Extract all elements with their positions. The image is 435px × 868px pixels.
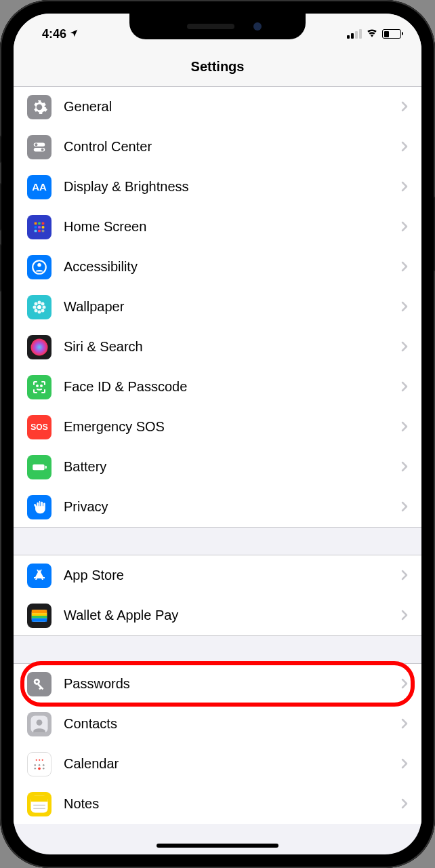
- svg-rect-32: [32, 616, 47, 618]
- svg-point-13: [33, 260, 46, 274]
- svg-point-37: [37, 719, 43, 726]
- svg-point-35: [36, 680, 39, 683]
- home-indicator[interactable]: [157, 844, 278, 848]
- svg-point-1: [35, 143, 37, 146]
- home-screen-icon: [27, 215, 51, 239]
- row-label: General: [64, 99, 401, 115]
- volume-up-button: [0, 183, 1, 231]
- row-label: Emergency SOS: [64, 419, 401, 435]
- svg-point-44: [35, 768, 37, 770]
- svg-rect-6: [42, 222, 45, 224]
- display-icon: AA: [27, 175, 51, 199]
- row-label: Home Screen: [64, 219, 401, 235]
- chevron-right-icon: [401, 755, 408, 773]
- svg-point-21: [41, 302, 45, 305]
- svg-rect-9: [42, 226, 45, 229]
- privacy-icon: [27, 495, 51, 519]
- svg-point-26: [41, 385, 42, 387]
- svg-rect-5: [38, 222, 41, 224]
- chevron-right-icon: [401, 458, 408, 476]
- svg-rect-31: [32, 613, 47, 616]
- svg-point-22: [35, 309, 38, 312]
- svg-point-18: [33, 305, 37, 309]
- chevron-right-icon: [401, 98, 408, 116]
- settings-row-general[interactable]: General: [14, 87, 421, 127]
- notes-icon: [27, 792, 51, 816]
- settings-row-contacts[interactable]: Contacts: [14, 704, 421, 744]
- svg-point-16: [38, 300, 41, 304]
- chevron-right-icon: [401, 338, 408, 356]
- row-label: Battery: [64, 459, 401, 475]
- wallet-icon: [27, 604, 51, 628]
- settings-row-siri[interactable]: Siri & Search: [14, 327, 421, 367]
- row-label: App Store: [64, 568, 401, 583]
- svg-point-41: [35, 764, 37, 766]
- device-frame: 4:46 Settings GeneralControl: [0, 0, 435, 868]
- row-label: Accessibility: [64, 259, 401, 275]
- speaker-grille: [187, 24, 234, 29]
- wallpaper-icon: [27, 295, 51, 319]
- settings-row-sos[interactable]: SOSEmergency SOS: [14, 407, 421, 447]
- chevron-right-icon: [401, 418, 408, 436]
- svg-rect-27: [33, 464, 44, 470]
- svg-rect-7: [35, 226, 37, 229]
- chevron-right-icon: [401, 607, 408, 625]
- page-title: Settings: [191, 59, 245, 75]
- battery-icon: [382, 29, 401, 39]
- settings-row-privacy[interactable]: Privacy: [14, 487, 421, 527]
- sos-icon: SOS: [27, 415, 51, 439]
- notch: [129, 14, 306, 39]
- svg-rect-11: [38, 229, 41, 232]
- svg-point-25: [37, 385, 38, 387]
- row-label: Wallpaper: [64, 299, 401, 315]
- location-icon: [69, 27, 79, 41]
- settings-row-notes[interactable]: Notes: [14, 784, 421, 824]
- settings-row-passwords[interactable]: Passwords: [14, 664, 421, 704]
- settings-row-battery[interactable]: Battery: [14, 447, 421, 487]
- svg-point-43: [43, 764, 45, 766]
- row-label: Privacy: [64, 499, 401, 515]
- calendar-icon: ● ● ●: [27, 752, 51, 776]
- chevron-right-icon: [401, 298, 408, 316]
- settings-row-wallpaper[interactable]: Wallpaper: [14, 287, 421, 327]
- svg-point-20: [35, 302, 38, 305]
- settings-row-home-screen[interactable]: Home Screen: [14, 207, 421, 247]
- row-label: Wallet & Apple Pay: [64, 608, 401, 623]
- faceid-icon: [27, 375, 51, 399]
- settings-row-display[interactable]: AADisplay & Brightness: [14, 167, 421, 207]
- settings-row-control-center[interactable]: Control Center: [14, 127, 421, 167]
- settings-row-accessibility[interactable]: Accessibility: [14, 247, 421, 287]
- svg-point-17: [38, 310, 41, 313]
- passwords-icon: [27, 672, 51, 696]
- wifi-icon: [366, 28, 378, 40]
- settings-row-calendar[interactable]: ● ● ●Calendar: [14, 744, 421, 784]
- contacts-icon: [27, 712, 51, 736]
- svg-rect-10: [35, 229, 37, 232]
- row-label: Contacts: [64, 716, 401, 732]
- front-camera: [253, 22, 262, 31]
- svg-point-19: [43, 305, 46, 309]
- svg-text:● ● ●: ● ● ●: [35, 757, 43, 762]
- siri-icon: [27, 335, 51, 359]
- chevron-right-icon: [401, 138, 408, 156]
- chevron-right-icon: [401, 795, 408, 813]
- chevron-right-icon: [401, 218, 408, 236]
- chevron-right-icon: [401, 715, 408, 733]
- row-label: Calendar: [64, 756, 401, 772]
- settings-row-wallet[interactable]: Wallet & Apple Pay: [14, 595, 421, 635]
- chevron-right-icon: [401, 178, 408, 196]
- svg-rect-28: [45, 465, 47, 468]
- svg-rect-33: [32, 618, 47, 621]
- svg-point-24: [31, 338, 48, 355]
- row-label: Display & Brightness: [64, 179, 401, 195]
- svg-rect-48: [31, 795, 48, 802]
- volume-down-button: [0, 244, 1, 292]
- cellular-signal-icon: [347, 29, 362, 39]
- settings-list[interactable]: GeneralControl CenterAADisplay & Brightn…: [14, 87, 421, 854]
- nav-header: Settings: [14, 47, 421, 87]
- chevron-right-icon: [401, 378, 408, 396]
- settings-row-appstore[interactable]: App Store: [14, 555, 421, 595]
- svg-point-45: [38, 767, 41, 770]
- settings-row-faceid[interactable]: Face ID & Passcode: [14, 367, 421, 407]
- svg-point-46: [43, 768, 45, 770]
